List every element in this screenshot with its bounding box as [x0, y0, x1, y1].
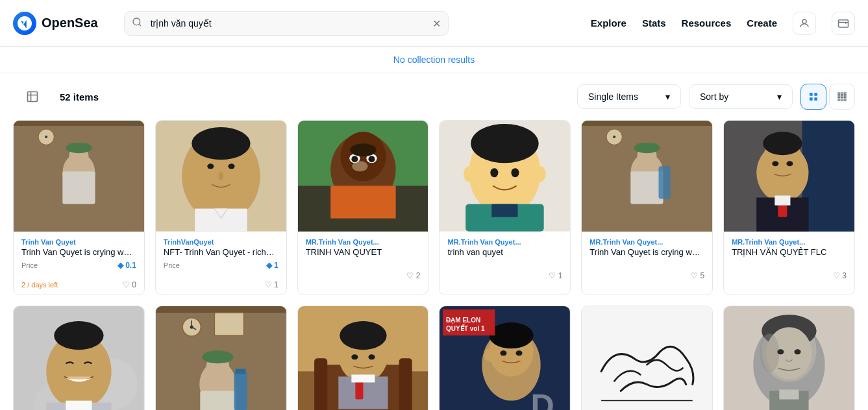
svg-point-121: [516, 350, 523, 356]
item-card[interactable]: MR.Trinh Van Quyet... trinh van quyet ♡ …: [439, 120, 571, 295]
svg-point-132: [795, 349, 801, 354]
svg-rect-40: [330, 186, 395, 218]
like-button[interactable]: ♡ 3: [833, 271, 847, 280]
svg-point-59: [614, 136, 616, 138]
like-button[interactable]: ♡ 1: [549, 271, 562, 280]
logo[interactable]: OpenSea: [13, 12, 98, 35]
svg-rect-92: [214, 313, 243, 335]
svg-rect-51: [492, 204, 518, 217]
item-card[interactable]: ĐẠM ELON QUYẾT vol 1 D: [439, 306, 571, 410]
svg-rect-63: [637, 143, 658, 150]
svg-rect-74: [775, 195, 790, 205]
svg-point-43: [351, 156, 358, 162]
header: OpenSea ✕ Explore Stats Resources Create: [0, 0, 868, 47]
svg-point-1: [802, 19, 806, 23]
svg-point-76: [787, 161, 793, 166]
item-count: 52 items: [60, 91, 99, 102]
svg-rect-57: [582, 121, 712, 126]
svg-point-52: [491, 168, 499, 177]
item-card[interactable]: Trinh Van Quyet Trinh Van Quyet is cryin…: [13, 120, 145, 295]
item-card[interactable]: [297, 306, 429, 410]
no-collection-banner: No collection results: [0, 47, 868, 73]
svg-text:D: D: [531, 387, 554, 410]
svg-rect-87: [156, 306, 286, 313]
like-button[interactable]: ♡ 5: [691, 271, 704, 280]
svg-text:ĐẠM ELON: ĐẠM ELON: [447, 317, 481, 324]
svg-rect-2: [839, 19, 849, 27]
profile-icon[interactable]: [793, 12, 816, 35]
svg-point-0: [133, 18, 140, 25]
filter-dropdown[interactable]: Single Items ▾: [577, 84, 681, 109]
list-view-button[interactable]: [829, 84, 855, 110]
item-collection: MR.Trinh Van Quyet...: [447, 238, 562, 246]
item-name: trinh van quyet: [447, 247, 562, 257]
item-card[interactable]: [581, 306, 713, 410]
svg-rect-13: [844, 93, 846, 95]
svg-point-120: [501, 350, 507, 356]
svg-point-122: [485, 348, 494, 361]
svg-rect-5: [810, 97, 813, 101]
svg-point-54: [464, 166, 475, 182]
like-button[interactable]: ♡ 0: [123, 280, 136, 289]
nav-resources[interactable]: Resources: [682, 18, 732, 29]
logo-text: OpenSea: [42, 16, 98, 30]
svg-rect-109: [351, 374, 375, 382]
svg-point-115: [490, 322, 534, 348]
main-content: 52 items Single Items ▾ Sort by ▾: [0, 73, 868, 410]
svg-point-111: [368, 354, 375, 359]
svg-rect-7: [838, 93, 840, 95]
svg-rect-97: [200, 391, 236, 410]
svg-rect-6: [814, 97, 817, 101]
item-collection: MR.Trinh Van Quyet...: [589, 238, 704, 246]
item-card[interactable]: 0:17 PM: [723, 306, 855, 410]
clear-search-icon[interactable]: ✕: [432, 17, 441, 29]
search-input[interactable]: [124, 11, 449, 36]
nav-stats[interactable]: Stats: [642, 18, 666, 29]
sort-dropdown[interactable]: Sort by ▾: [689, 84, 793, 109]
nav-explore[interactable]: Explore: [591, 18, 626, 29]
svg-point-22: [45, 136, 47, 138]
item-name: TRINH VAN QUYET: [306, 247, 421, 257]
svg-rect-4: [814, 93, 817, 96]
item-card[interactable]: [13, 306, 145, 410]
logo-icon: [13, 12, 36, 35]
wallet-icon[interactable]: [832, 12, 855, 35]
search-icon: [132, 17, 142, 30]
svg-rect-11: [841, 96, 843, 98]
svg-point-34: [218, 172, 223, 180]
item-card[interactable]: MR.Trinh Van Quyet... Trinh Van Quyet is…: [581, 120, 713, 295]
item-collection: Trinh Van Quyet: [21, 238, 136, 246]
item-collection: MR.Trinh Van Quyet...: [306, 238, 421, 246]
search-bar: ✕: [124, 11, 449, 36]
svg-rect-104: [399, 358, 412, 410]
item-name: Trinh Van Quyet is crying when he became…: [589, 247, 704, 257]
svg-rect-26: [68, 143, 89, 150]
item-card[interactable]: [155, 306, 287, 410]
grid-view-button[interactable]: [800, 84, 826, 110]
svg-rect-123: [582, 306, 712, 410]
svg-rect-85: [66, 400, 92, 410]
svg-point-75: [772, 161, 778, 166]
like-button[interactable]: ♡ 2: [406, 271, 420, 280]
svg-point-110: [351, 354, 358, 359]
svg-rect-19: [14, 121, 144, 126]
svg-point-55: [536, 166, 546, 182]
svg-rect-103: [314, 358, 327, 410]
item-name: TRỊNH VĂN QUYẾT FLC: [732, 247, 847, 257]
svg-point-131: [777, 349, 784, 354]
nav: Explore Stats Resources Create: [591, 12, 855, 35]
nav-create[interactable]: Create: [747, 18, 777, 29]
svg-point-33: [228, 163, 234, 169]
item-card[interactable]: TrinhVanQuyet NFT- Trinh Van Quyet - ric…: [155, 120, 287, 295]
item-card[interactable]: MR.Trinh Van Quyet... TRỊNH VĂN QUYẾT FL…: [723, 120, 855, 295]
svg-rect-8: [838, 96, 840, 98]
svg-rect-3: [810, 93, 813, 96]
svg-point-130: [760, 333, 779, 372]
like-button[interactable]: ♡ 1: [265, 280, 279, 289]
item-card[interactable]: MR.Trinh Van Quyet... TRINH VAN QUYET ♡ …: [297, 120, 429, 295]
item-name: NFT- Trinh Van Quyet - richest man on Vi…: [164, 247, 279, 257]
svg-rect-64: [631, 171, 663, 204]
svg-text:QUYẾT vol 1: QUYẾT vol 1: [447, 324, 486, 332]
sidebar-toggle[interactable]: [19, 84, 45, 110]
svg-rect-15: [844, 99, 846, 101]
